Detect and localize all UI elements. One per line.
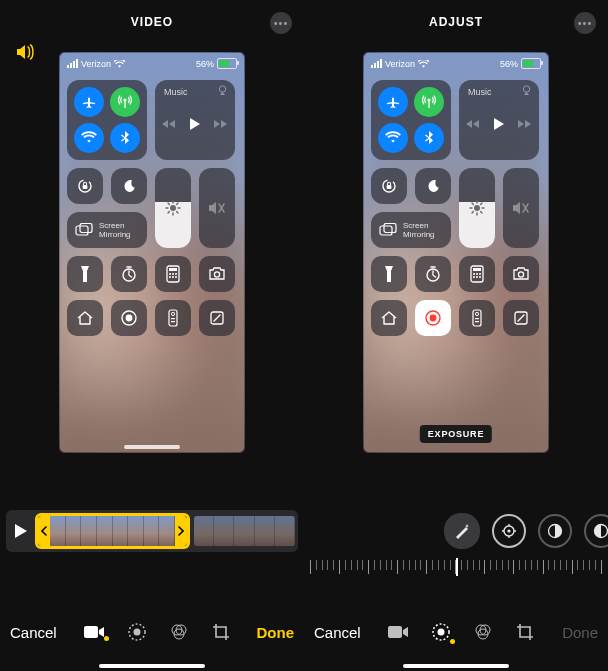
play-icon[interactable] <box>494 118 504 130</box>
airplay-icon[interactable] <box>217 85 228 96</box>
calculator-icon[interactable] <box>459 256 495 292</box>
trim-handle-right[interactable] <box>175 516 187 546</box>
screen-mirroring-tile[interactable]: Screen Mirroring <box>67 212 147 248</box>
adjust-tab-icon[interactable] <box>127 622 147 642</box>
filters-tab-icon[interactable] <box>473 622 493 642</box>
timer-icon[interactable] <box>111 256 147 292</box>
screen-record-icon[interactable] <box>415 300 451 336</box>
video-scrubber[interactable] <box>6 510 298 552</box>
editor-pane-adjust: ADJUST ••• Verizon 56% Music <box>304 0 608 671</box>
remote-icon[interactable] <box>459 300 495 336</box>
device-home-indicator <box>99 664 205 668</box>
video-tab-icon[interactable] <box>83 625 105 639</box>
trim-range[interactable] <box>35 513 190 549</box>
trim-handle-left[interactable] <box>38 516 50 546</box>
editor-pane-video: VIDEO ••• Verizon 56% Music <box>0 0 304 671</box>
rotation-lock-icon[interactable] <box>371 168 407 204</box>
svg-rect-52 <box>475 321 479 322</box>
flashlight-icon[interactable] <box>371 256 407 292</box>
svg-rect-58 <box>388 626 402 638</box>
filters-tab-icon[interactable] <box>169 622 189 642</box>
calculator-icon[interactable] <box>155 256 191 292</box>
forward-icon[interactable] <box>214 119 228 129</box>
svg-rect-3 <box>83 185 88 189</box>
rewind-icon[interactable] <box>162 119 176 129</box>
brightness-icon <box>165 200 181 216</box>
adjust-tab-icon[interactable] <box>431 622 451 642</box>
signal-bars-icon <box>371 59 382 68</box>
exposure-dial-icon[interactable] <box>492 514 526 548</box>
svg-point-44 <box>476 276 478 278</box>
airplay-icon[interactable] <box>521 85 532 96</box>
svg-point-40 <box>473 273 475 275</box>
volume-icon[interactable] <box>8 12 44 92</box>
timer-icon[interactable] <box>415 256 451 292</box>
bottom-bar: Cancel Done <box>304 609 608 655</box>
svg-point-13 <box>169 276 171 278</box>
forward-icon[interactable] <box>518 119 532 129</box>
home-icon[interactable] <box>67 300 103 336</box>
cellular-antenna-icon[interactable] <box>110 87 140 117</box>
screen-record-icon[interactable] <box>111 300 147 336</box>
done-button[interactable]: Done <box>256 624 294 641</box>
media-tile[interactable]: Music <box>459 80 539 160</box>
adjust-value-ruler[interactable] <box>310 560 602 582</box>
more-icon[interactable]: ••• <box>574 12 596 34</box>
cancel-button[interactable]: Cancel <box>314 624 361 641</box>
mode-title: ADJUST <box>429 15 483 29</box>
cancel-button[interactable]: Cancel <box>10 624 57 641</box>
mute-icon <box>208 200 226 216</box>
svg-rect-33 <box>387 185 392 189</box>
scrubber-play-icon[interactable] <box>9 513 33 549</box>
svg-point-31 <box>523 86 529 92</box>
screen-mirroring-icon <box>75 223 93 237</box>
done-button[interactable]: Done <box>562 624 598 641</box>
crop-tab-icon[interactable] <box>515 622 535 642</box>
svg-rect-39 <box>473 268 481 271</box>
svg-point-36 <box>474 205 480 211</box>
rotation-lock-icon[interactable] <box>67 168 103 204</box>
bluetooth-icon[interactable] <box>110 123 140 153</box>
remote-icon[interactable] <box>155 300 191 336</box>
airplane-icon[interactable] <box>74 87 104 117</box>
svg-point-43 <box>473 276 475 278</box>
camera-icon[interactable] <box>503 256 539 292</box>
home-icon[interactable] <box>371 300 407 336</box>
brightness-slider[interactable] <box>459 168 495 248</box>
volume-slider[interactable] <box>503 168 539 248</box>
shadows-dial-icon[interactable] <box>584 514 608 548</box>
more-icon[interactable]: ••• <box>270 12 292 34</box>
camera-icon[interactable] <box>199 256 235 292</box>
video-tab-icon[interactable] <box>387 625 409 639</box>
connectivity-tile[interactable] <box>67 80 147 160</box>
crop-tab-icon[interactable] <box>211 622 231 642</box>
ruler-pointer[interactable] <box>456 558 458 576</box>
rewind-icon[interactable] <box>466 119 480 129</box>
airplane-icon[interactable] <box>378 87 408 117</box>
thumbnail-strip <box>50 516 175 546</box>
svg-point-6 <box>170 205 176 211</box>
media-tile[interactable]: Music <box>155 80 235 160</box>
play-icon[interactable] <box>190 118 200 130</box>
flashlight-icon[interactable] <box>67 256 103 292</box>
control-center: Music Screen Mirroring <box>67 80 237 445</box>
wifi-icon[interactable] <box>74 123 104 153</box>
highlights-dial-icon[interactable] <box>538 514 572 548</box>
quick-note-icon[interactable] <box>503 300 539 336</box>
brightness-slider[interactable] <box>155 168 191 248</box>
connectivity-tile[interactable] <box>371 80 451 160</box>
screen-mirroring-tile[interactable]: Screen Mirroring <box>371 212 451 248</box>
volume-slider[interactable] <box>199 168 235 248</box>
quick-note-icon[interactable] <box>199 300 235 336</box>
wifi-icon[interactable] <box>378 123 408 153</box>
do-not-disturb-icon[interactable] <box>415 168 451 204</box>
wifi-status-icon <box>114 60 125 68</box>
svg-point-14 <box>172 276 174 278</box>
auto-enhance-icon[interactable] <box>444 513 480 549</box>
bluetooth-icon[interactable] <box>414 123 444 153</box>
do-not-disturb-icon[interactable] <box>111 168 147 204</box>
cellular-antenna-icon[interactable] <box>414 87 444 117</box>
svg-point-48 <box>430 315 437 322</box>
control-center: Music Screen Mirroring <box>371 80 541 445</box>
top-bar: ADJUST ••• <box>304 0 608 44</box>
